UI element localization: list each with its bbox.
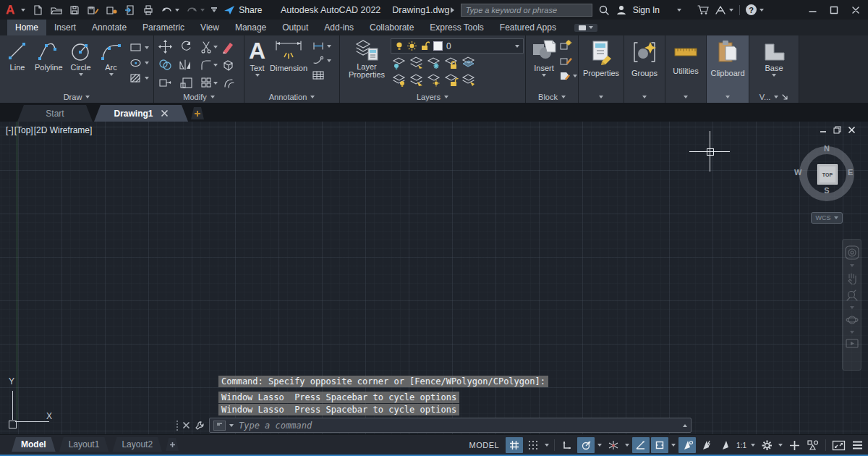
viewport-minimize-icon[interactable] bbox=[820, 127, 827, 134]
define-attributes-tool[interactable] bbox=[559, 70, 577, 81]
leader-tool[interactable] bbox=[312, 56, 331, 65]
clean-screen-button[interactable] bbox=[830, 437, 847, 453]
arc-tool[interactable]: Arc bbox=[99, 39, 124, 91]
help-icon[interactable]: ? bbox=[746, 4, 764, 15]
annotation-monitor-button[interactable] bbox=[786, 437, 803, 453]
erase-tool[interactable] bbox=[221, 38, 242, 56]
properties-tool[interactable]: Properties bbox=[579, 35, 624, 91]
viewcube-east[interactable]: E bbox=[848, 168, 853, 177]
layer-lock-tool[interactable] bbox=[443, 55, 460, 71]
viewport-view-control[interactable]: [Top] bbox=[14, 125, 33, 135]
layout2-tab[interactable]: Layout2 bbox=[112, 437, 162, 452]
groups-tool[interactable]: Groups bbox=[624, 35, 665, 91]
tab-featured-apps[interactable]: Featured Apps bbox=[492, 20, 564, 35]
layer-properties-tool[interactable]: Layer Properties bbox=[344, 38, 389, 79]
viewcube-north[interactable]: N bbox=[799, 144, 854, 153]
viewport-restore-icon[interactable] bbox=[833, 126, 841, 134]
stretch-tool[interactable] bbox=[158, 74, 179, 92]
tab-manage[interactable]: Manage bbox=[227, 20, 274, 35]
viewport-menu-control[interactable]: [-] bbox=[6, 125, 14, 135]
annotation-scale-button[interactable] bbox=[716, 437, 733, 453]
showmotion-icon[interactable] bbox=[846, 338, 859, 350]
arc-flyout-caret-icon[interactable] bbox=[109, 73, 114, 76]
save-button[interactable] bbox=[69, 4, 80, 16]
layer-select-dropdown[interactable]: 0 bbox=[391, 38, 524, 54]
navigation-bar[interactable] bbox=[842, 239, 861, 371]
insert-block-tool[interactable]: Insert bbox=[529, 38, 559, 77]
layer-on-tool[interactable] bbox=[391, 72, 408, 88]
panel-launcher-icon[interactable] bbox=[782, 94, 788, 101]
utilities-tool[interactable]: Utilities bbox=[665, 35, 706, 91]
tab-express-tools[interactable]: Express Tools bbox=[422, 20, 491, 35]
isodraft-settings-caret-icon[interactable] bbox=[624, 437, 631, 453]
mirror-tool[interactable] bbox=[179, 56, 200, 74]
sign-in-button[interactable]: Sign In bbox=[633, 5, 660, 15]
create-block-tool[interactable] bbox=[559, 40, 577, 51]
viewport-visual-style-control[interactable]: [2D Wireframe] bbox=[34, 125, 93, 135]
plot-button[interactable] bbox=[142, 4, 154, 16]
ortho-toggle[interactable] bbox=[558, 437, 576, 453]
isometric-drafting-toggle[interactable] bbox=[605, 437, 622, 453]
cart-icon[interactable] bbox=[697, 4, 709, 15]
save-as-button[interactable] bbox=[87, 4, 99, 16]
tab-insert[interactable]: Insert bbox=[46, 20, 84, 35]
viewport-close-icon[interactable] bbox=[848, 126, 856, 134]
base-tool[interactable]: Base bbox=[749, 35, 799, 91]
viewcube-top-face[interactable]: TOP bbox=[817, 164, 838, 185]
search-icon[interactable] bbox=[598, 4, 610, 16]
layer-walk-tool[interactable] bbox=[460, 72, 477, 88]
drawing-canvas[interactable]: [-] [Top] [2D Wireframe] N S W E TOP WCS bbox=[0, 122, 868, 434]
view-panel-label[interactable]: V... bbox=[749, 91, 799, 103]
layer-isolate-tool[interactable] bbox=[408, 55, 425, 71]
base-flyout-caret-icon[interactable] bbox=[772, 74, 776, 77]
recent-commands-caret-icon[interactable] bbox=[229, 424, 234, 427]
block-panel-label[interactable]: Block bbox=[526, 91, 578, 103]
layer-off-tool[interactable] bbox=[391, 55, 408, 71]
osnap-settings-caret-icon[interactable] bbox=[670, 437, 677, 453]
pan-hand-icon[interactable] bbox=[846, 271, 859, 284]
user-icon[interactable] bbox=[616, 4, 627, 16]
wcs-dropdown[interactable]: WCS bbox=[811, 212, 843, 224]
tab-home[interactable]: Home bbox=[7, 20, 46, 35]
snap-toggle[interactable] bbox=[524, 437, 542, 453]
text-tool[interactable]: A Text bbox=[249, 38, 265, 91]
insert-flyout-caret-icon[interactable] bbox=[542, 74, 546, 77]
orbit-icon[interactable] bbox=[846, 313, 859, 326]
save-to-web-button[interactable] bbox=[106, 4, 118, 16]
command-input[interactable] bbox=[237, 420, 679, 431]
redo-button[interactable] bbox=[186, 5, 205, 15]
circle-flyout-caret-icon[interactable] bbox=[79, 73, 83, 76]
model-space-button[interactable]: MODEL bbox=[464, 437, 504, 453]
command-bar-customize-icon[interactable] bbox=[195, 421, 205, 430]
command-input-field[interactable] bbox=[209, 418, 692, 433]
layer-freeze-tool[interactable] bbox=[425, 55, 443, 71]
viewcube-south[interactable]: S bbox=[799, 186, 854, 195]
utilities-panel-caret[interactable] bbox=[665, 91, 706, 103]
close-button[interactable] bbox=[848, 4, 864, 17]
hatch-tool[interactable] bbox=[129, 73, 149, 83]
array-tool[interactable] bbox=[200, 74, 221, 92]
open-file-button[interactable] bbox=[50, 4, 62, 16]
steering-wheel-icon[interactable] bbox=[845, 245, 859, 260]
dimension-linear-tool[interactable] bbox=[312, 41, 331, 51]
dimension-tool[interactable]: Dimension bbox=[270, 38, 307, 91]
tab-annotate[interactable]: Annotate bbox=[84, 20, 135, 35]
command-bar-close-icon[interactable] bbox=[182, 421, 190, 429]
autocad-logo[interactable]: A bbox=[6, 4, 14, 16]
scale-tool[interactable] bbox=[179, 74, 200, 92]
new-layout-button[interactable] bbox=[166, 438, 179, 451]
annotation-panel-label[interactable]: Annotation bbox=[244, 91, 339, 103]
text-flyout-caret-icon[interactable] bbox=[255, 74, 260, 77]
rotate-tool[interactable] bbox=[179, 38, 200, 56]
open-from-web-button[interactable] bbox=[124, 4, 136, 16]
annotation-autoscale-toggle[interactable] bbox=[697, 437, 715, 453]
annotation-scale-value[interactable]: 1:1 bbox=[735, 442, 748, 449]
object-snap-toggle[interactable] bbox=[651, 437, 668, 453]
close-tab-icon[interactable] bbox=[161, 109, 169, 117]
tab-add-ins[interactable]: Add-ins bbox=[316, 20, 362, 35]
polar-settings-caret-icon[interactable] bbox=[596, 437, 603, 453]
minimize-button[interactable] bbox=[804, 4, 820, 17]
layer-thaw-tool[interactable] bbox=[425, 72, 443, 88]
draw-panel-label[interactable]: Draw bbox=[0, 91, 153, 103]
snap-settings-caret-icon[interactable] bbox=[543, 437, 550, 453]
